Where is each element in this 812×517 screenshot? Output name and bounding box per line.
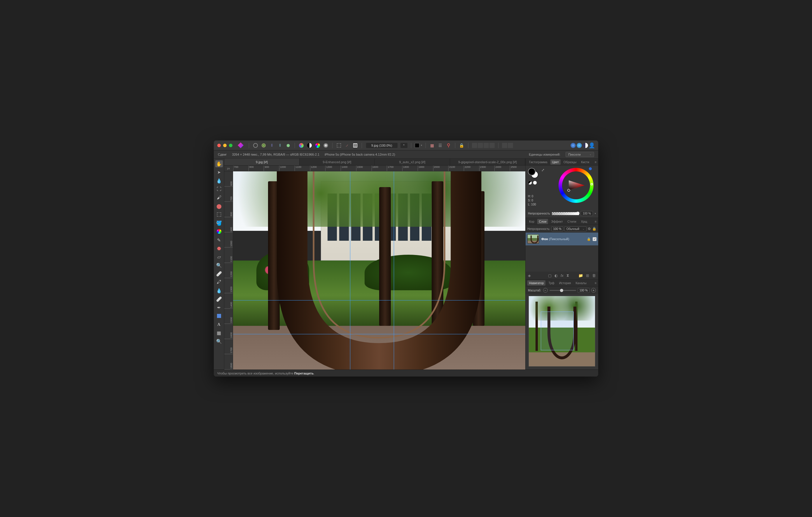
fx-icon[interactable]: fx [560, 273, 563, 278]
canvas[interactable] [233, 171, 525, 369]
add-layer-icon[interactable]: ⊞ [586, 273, 589, 278]
layer-settings-icon[interactable]: ⚙ [588, 227, 591, 231]
assistant-icon[interactable] [571, 143, 576, 148]
pen-tool[interactable]: ✒ [215, 304, 223, 311]
document-tab[interactable]: 9.jpg [И] [224, 158, 299, 165]
crop-layer-icon[interactable]: ⧗ [567, 273, 569, 278]
document-tab[interactable]: 9_auto_x2.png [И] [375, 158, 450, 165]
zoom-value[interactable]: 100 % [578, 288, 589, 293]
hand-tool[interactable]: ✋ [215, 160, 223, 167]
eraser-tool[interactable]: ▱ [215, 253, 223, 260]
zoom-tool[interactable]: 🔍 [215, 338, 223, 345]
grid-icon[interactable]: ▦ [429, 143, 435, 148]
photo-persona-icon[interactable] [253, 143, 258, 148]
default-colors-icon[interactable] [528, 181, 532, 185]
vertical-guide[interactable] [350, 171, 350, 369]
crop-guides-icon[interactable]: ⟋ [344, 143, 350, 148]
tab-channels[interactable]: Каналы [574, 280, 588, 285]
layer-lock-indicator-icon[interactable]: 🔒 [587, 237, 591, 241]
tab-navigator[interactable]: Навигатор [527, 280, 545, 285]
minimize-window-button[interactable] [223, 144, 227, 147]
tab-swatches[interactable]: Образцы [562, 159, 578, 165]
preview-icon[interactable] [583, 143, 588, 148]
navigator-preview[interactable] [528, 296, 595, 367]
layers-empty-area[interactable] [526, 245, 598, 272]
blend-mode-dropdown[interactable]: Обычный⌄ [564, 226, 586, 232]
tab-styles[interactable]: Стили [566, 219, 578, 224]
tab-extra[interactable]: Хрщ [579, 219, 589, 224]
contrast-icon[interactable] [307, 143, 312, 148]
zoom-out-button[interactable]: − [543, 288, 548, 293]
horizontal-guide[interactable] [233, 334, 525, 334]
paint-brush-tool[interactable]: 🖌 [215, 194, 223, 201]
inpainting-tool[interactable]: 🩹 [215, 270, 223, 277]
tab-transform[interactable]: Трф [547, 280, 556, 285]
liquify-persona-icon[interactable] [261, 143, 267, 148]
levels-icon[interactable] [352, 143, 358, 148]
arrange-front-icon[interactable] [489, 143, 495, 148]
lock-layer-icon[interactable]: 🔒 [592, 227, 597, 231]
arrange-back-icon[interactable] [472, 143, 477, 148]
tab-channels-short[interactable]: Кор [527, 219, 536, 224]
horizontal-ruler[interactable]: 7008009001000110012001300140015001600170… [233, 165, 525, 171]
tone-map-persona-icon[interactable]: ⫴ [277, 143, 283, 148]
layer-item[interactable]: Фон (Пиксельный) 🔒 ✓ [526, 233, 598, 245]
gradient-icon[interactable] [323, 143, 329, 148]
account-icon[interactable]: 👤 [589, 143, 595, 148]
develop-persona-icon[interactable]: ⫴ [269, 143, 275, 148]
document-tab[interactable]: 9-gigapixel-standard-scale-2_00x.png [И] [450, 158, 525, 165]
zoom-slider[interactable] [550, 290, 576, 291]
color-picker-tool[interactable]: 💧 [215, 177, 223, 184]
eyedropper-icon[interactable]: ⤢ [541, 168, 545, 172]
tab-histogram[interactable]: Гистограмма [527, 159, 549, 165]
stock-icon[interactable] [577, 143, 582, 148]
opacity-value[interactable]: 100 % [581, 211, 593, 216]
align-left-icon[interactable] [502, 143, 507, 148]
text-tool[interactable]: A [215, 321, 223, 328]
units-dropdown[interactable]: Пиксели⌄ [566, 152, 594, 157]
layer-visibility-checkbox[interactable]: ✓ [593, 237, 597, 241]
rectangle-tool[interactable] [215, 312, 223, 320]
dodge-tool[interactable]: 🔍 [215, 262, 223, 269]
close-window-button[interactable] [217, 144, 221, 147]
tab-color[interactable]: Цвет [550, 159, 561, 165]
tab-effects[interactable]: Эффект [549, 219, 564, 224]
layer-opacity-input[interactable]: 100 % [552, 226, 563, 232]
color-icon[interactable] [315, 143, 321, 148]
vertical-guide[interactable] [394, 171, 394, 369]
healing-tool[interactable]: 🖍 [215, 279, 223, 285]
arrange-backward-icon[interactable] [478, 143, 483, 148]
panel-menu-icon[interactable]: ≡ [595, 220, 597, 223]
pixel-brush-tool[interactable]: ✏ [214, 235, 224, 245]
ruler-unit-label[interactable]: px [224, 165, 233, 171]
selection-brush-tool[interactable]: ⬤ [215, 203, 223, 210]
move-tool[interactable]: ➤ [215, 169, 223, 176]
arrange-forward-icon[interactable] [484, 143, 489, 148]
group-layers-icon[interactable]: 📁 [578, 273, 583, 278]
vertical-ruler[interactable]: 6007008009001000110012001300140015001600… [224, 171, 233, 369]
align-right-icon[interactable] [508, 143, 513, 148]
tab-layers[interactable]: Слои [537, 219, 548, 224]
crop-tool[interactable]: ⛶ [215, 186, 223, 193]
panel-menu-icon[interactable]: ≡ [595, 160, 597, 164]
export-persona-icon[interactable]: ⬢ [285, 143, 291, 148]
snapping-icon[interactable]: ⚲ [446, 143, 452, 148]
swap-colors-icon[interactable] [533, 181, 537, 185]
document-tab[interactable]: 9-Enhanced.png [И] [299, 158, 375, 165]
guides-icon[interactable]: ☰ [437, 143, 443, 148]
quick-fill-control[interactable]: ▾ [415, 143, 422, 148]
patch-tool[interactable]: 🩹 [215, 296, 223, 303]
flood-fill-tool[interactable]: 🪣 [215, 219, 223, 226]
mask-icon[interactable]: ▢ [548, 273, 552, 278]
adjustment-layer-icon[interactable]: ◐ [554, 273, 558, 278]
maximize-window-button[interactable] [229, 144, 232, 147]
blur-tool[interactable]: 💧 [215, 287, 223, 294]
tab-history[interactable]: История [557, 280, 573, 285]
lock-icon[interactable]: 🔒 [459, 143, 465, 148]
panel-menu-icon[interactable]: ≡ [595, 281, 597, 285]
clone-tool[interactable]: ⬣ [215, 245, 223, 252]
color-wheel[interactable] [558, 168, 593, 203]
tab-brushes[interactable]: Кисти [579, 159, 591, 165]
navigator-viewport[interactable] [541, 311, 574, 350]
selection-icon[interactable] [336, 143, 342, 148]
